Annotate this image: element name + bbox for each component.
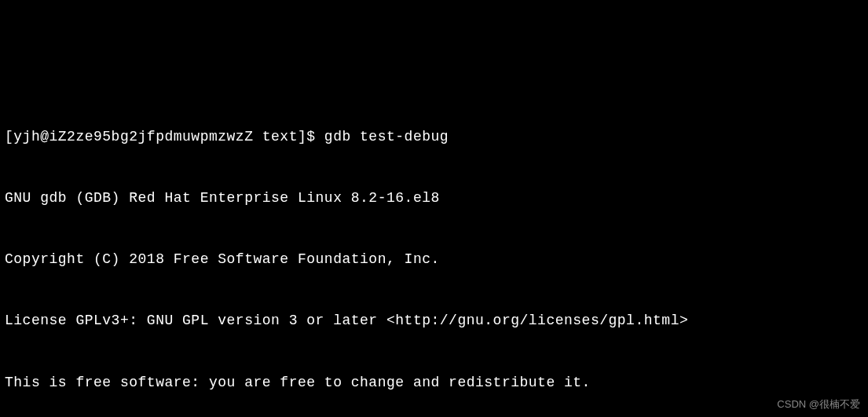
output-line: This is free software: you are free to c… xyxy=(5,372,863,393)
watermark-text: CSDN @很楠不爱 xyxy=(777,397,860,412)
shell-prompt-line: [yjh@iZ2ze95bg2jfpdmuwpmzwzZ text]$ gdb … xyxy=(5,126,863,147)
output-line: GNU gdb (GDB) Red Hat Enterprise Linux 8… xyxy=(5,188,863,208)
output-line: Copyright (C) 2018 Free Software Foundat… xyxy=(5,249,863,269)
output-line: License GPLv3+: GNU GPL version 3 or lat… xyxy=(5,310,863,331)
terminal-output[interactable]: [yjh@iZ2ze95bg2jfpdmuwpmzwzZ text]$ gdb … xyxy=(5,85,863,417)
